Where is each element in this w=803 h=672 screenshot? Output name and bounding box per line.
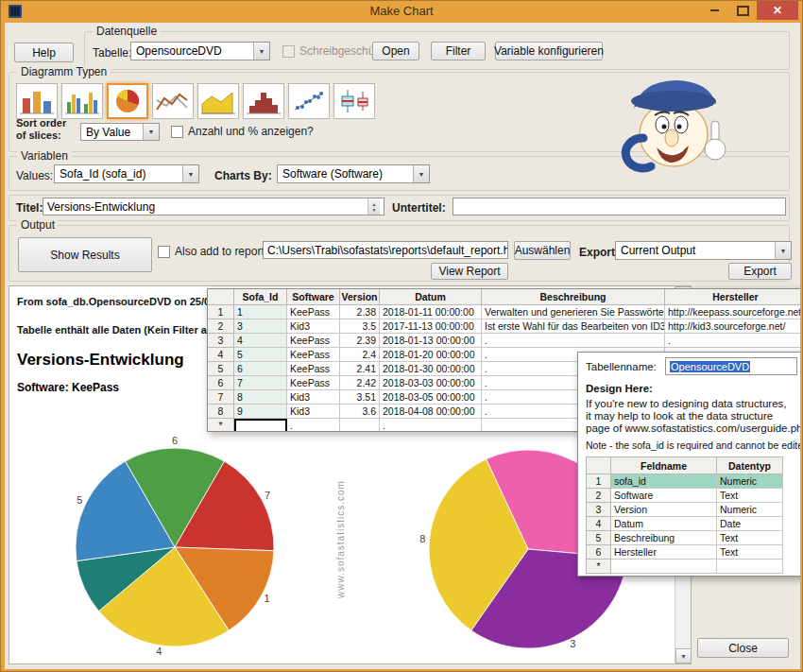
chart-type-histogram[interactable] — [243, 83, 284, 119]
table-cell[interactable]: 3.51 — [340, 390, 380, 405]
field-type-cell[interactable] — [717, 560, 783, 574]
table-cell[interactable]: 9 — [234, 405, 287, 419]
close-button[interactable]: Close — [697, 638, 789, 658]
table-cell[interactable]: Kid3 — [287, 390, 340, 405]
scroll-down-icon[interactable] — [675, 648, 692, 663]
table-header[interactable]: Software — [287, 289, 340, 305]
field-name-cell[interactable]: sofa_id — [611, 474, 717, 489]
table-cell[interactable]: 2018-03-05 00:00:00 — [380, 390, 482, 405]
table-header[interactable]: Hersteller — [665, 289, 800, 305]
field-name-cell[interactable]: Version — [611, 503, 717, 517]
row-header[interactable]: 1 — [208, 305, 234, 319]
titlebar[interactable]: Make Chart — [1, 1, 802, 23]
values-select[interactable]: Sofa_Id (sofa_id) — [54, 164, 199, 183]
row-header[interactable]: 2 — [587, 489, 611, 503]
table-header[interactable]: Beschreibung — [482, 289, 665, 305]
chevron-down-icon[interactable] — [413, 165, 429, 182]
table-header[interactable]: Feldname — [611, 457, 717, 474]
table-cell[interactable]: Verwalten und generieren Sie Passwörter — [482, 305, 665, 319]
row-header[interactable]: 8 — [208, 405, 234, 419]
help-button[interactable]: Help — [14, 43, 74, 62]
choose-report-button[interactable]: Auswählen — [514, 241, 571, 260]
field-name-cell[interactable]: Datum — [611, 517, 717, 531]
chart-type-line[interactable] — [152, 83, 194, 119]
readonly-checkbox[interactable]: Schreibgeschützt — [282, 44, 386, 58]
table-cell[interactable]: Kid3 — [287, 405, 340, 419]
row-header[interactable]: 5 — [587, 531, 611, 545]
table-corner[interactable] — [587, 457, 611, 474]
chevron-down-icon[interactable] — [775, 242, 791, 259]
table-cell[interactable]: 2.39 — [340, 334, 380, 348]
field-type-cell[interactable]: Numeric — [717, 503, 783, 517]
table-cell[interactable]: 2017-11-13 00:00:00 — [380, 319, 482, 334]
field-type-cell[interactable]: Text — [717, 545, 783, 560]
view-report-button[interactable]: View Report — [431, 263, 508, 280]
open-button[interactable]: Open — [372, 42, 419, 60]
export-select[interactable]: Current Output — [615, 241, 792, 260]
table-cell[interactable]: 7 — [234, 376, 287, 390]
row-header[interactable]: 5 — [208, 362, 234, 376]
table-cell[interactable]: 2.41 — [340, 362, 380, 376]
chevron-down-icon[interactable] — [253, 43, 269, 60]
table-cell[interactable]: KeePass — [287, 376, 340, 390]
chevron-down-icon[interactable] — [182, 165, 198, 182]
table-corner[interactable] — [208, 289, 234, 305]
table-name-input[interactable]: OpensourceDVD — [665, 357, 797, 375]
subtitle-input[interactable] — [453, 198, 786, 215]
field-name-cell[interactable] — [611, 560, 717, 574]
add-to-report-checkbox[interactable]: Also add to report — [158, 245, 265, 258]
show-results-button[interactable]: Show Results — [18, 237, 152, 272]
title-spinner-icon[interactable] — [367, 198, 380, 215]
table-cell[interactable]: . — [287, 419, 340, 432]
field-type-cell[interactable]: Text — [717, 531, 783, 545]
chevron-down-icon[interactable] — [143, 124, 159, 140]
row-header[interactable]: 3 — [587, 503, 611, 517]
table-cell[interactable]: 2018-01-30 00:00:00 — [380, 362, 482, 376]
chart-type-boxplot[interactable] — [333, 83, 375, 119]
row-header[interactable]: 3 — [208, 334, 234, 348]
filter-button[interactable]: Filter — [431, 42, 486, 60]
table-cell[interactable]: KeePass — [287, 348, 340, 362]
row-header[interactable]: 6 — [208, 376, 234, 390]
chart-type-clustered-bar[interactable] — [61, 83, 103, 119]
chart-type-pie[interactable] — [107, 83, 148, 119]
table-select[interactable]: OpensourceDVD — [130, 42, 270, 60]
minimize-button[interactable] — [700, 1, 728, 20]
row-header[interactable]: * — [587, 560, 611, 574]
table-cell[interactable]: 2018-01-11 00:00:00 — [380, 305, 482, 319]
table-cell[interactable]: 4 — [234, 334, 287, 348]
field-type-cell[interactable]: Text — [717, 489, 783, 503]
row-header[interactable]: 6 — [587, 545, 611, 560]
table-header[interactable]: Datum — [380, 289, 482, 305]
row-header[interactable]: 2 — [208, 319, 234, 334]
configure-variables-button[interactable]: Variable konfigurieren — [495, 42, 603, 60]
table-cell[interactable]: Kid3 — [287, 319, 340, 334]
table-cell[interactable]: 3 — [234, 319, 287, 334]
table-cell[interactable]: KeePass — [287, 334, 340, 348]
table-cell[interactable]: 2018-01-20 00:00:00 — [380, 348, 482, 362]
maximize-button[interactable] — [728, 1, 757, 20]
table-cell[interactable]: 2018-03-03 00:00:00 — [380, 376, 482, 390]
table-cell[interactable]: 5 — [234, 348, 287, 362]
row-header[interactable]: * — [208, 419, 234, 432]
table-cell[interactable]: 2.38 — [340, 305, 380, 319]
sort-order-select[interactable]: By Value — [80, 123, 160, 141]
table-cell[interactable]: . — [665, 334, 800, 348]
selected-cell[interactable] — [234, 419, 287, 432]
table-header[interactable]: Datentyp — [717, 457, 783, 474]
close-window-button[interactable] — [757, 1, 798, 20]
field-name-cell[interactable]: Hersteller — [611, 545, 717, 560]
table-cell[interactable]: KeePass — [287, 305, 340, 319]
row-header[interactable]: 4 — [208, 348, 234, 362]
table-cell[interactable]: 2018-01-13 00:00:00 — [380, 334, 482, 348]
table-cell[interactable]: Ist erste Wahl für das Bearbeiten von ID… — [482, 319, 665, 334]
title-input[interactable]: Versions-Entwicklung — [43, 198, 384, 215]
table-cell[interactable]: 8 — [234, 390, 287, 405]
table-cell[interactable]: 1 — [234, 305, 287, 319]
field-name-cell[interactable]: Beschreibung — [611, 531, 717, 545]
table-cell[interactable]: 6 — [234, 362, 287, 376]
table-header[interactable]: Sofa_Id — [234, 289, 287, 305]
charts-by-select[interactable]: Software (Software) — [277, 164, 430, 183]
export-button[interactable]: Export — [728, 263, 792, 280]
table-cell[interactable]: 3.5 — [340, 319, 380, 334]
